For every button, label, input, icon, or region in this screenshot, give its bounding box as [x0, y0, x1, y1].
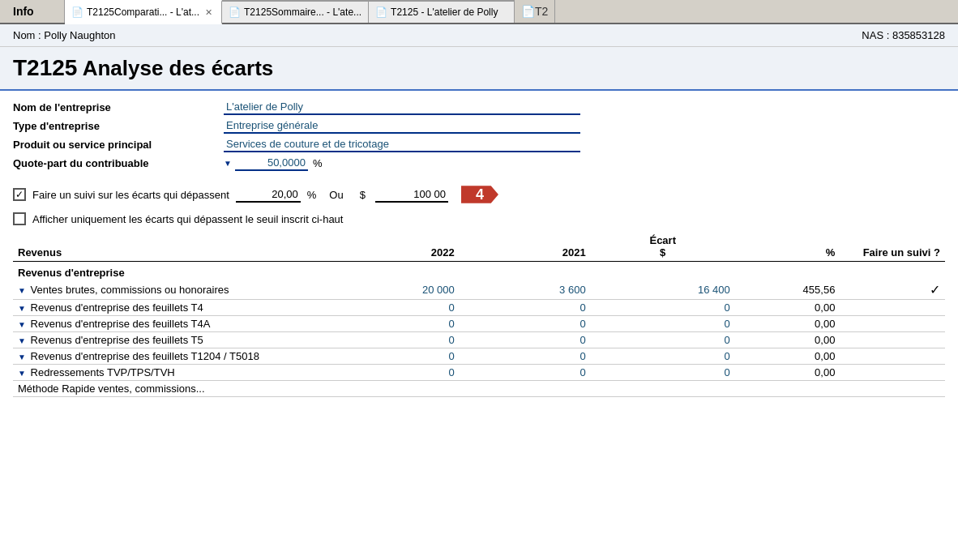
- row-label: ▼ Revenus d'entreprise des feuillets T12…: [13, 348, 328, 365]
- table-row: ▼ Revenus d'entreprise des feuillets T4A…: [13, 316, 945, 332]
- quote-part-field[interactable]: ▼ %: [224, 155, 945, 172]
- row-ecart-pct: 0,00: [735, 300, 840, 316]
- row-arrow-icon[interactable]: ▼: [18, 353, 26, 361]
- row-label-text: Revenus d'entreprise des feuillets T5: [31, 334, 203, 346]
- badge-4: 4: [461, 180, 498, 209]
- row-ecart-pct: [735, 381, 840, 397]
- form-grid: Nom de l'entreprise Type d'entreprise Pr…: [13, 99, 945, 172]
- nom-entreprise-field[interactable]: [224, 99, 945, 116]
- nom-entreprise-label: Nom de l'entreprise: [13, 99, 224, 116]
- type-entreprise-field[interactable]: [224, 118, 945, 135]
- quote-part-unit: %: [313, 157, 323, 169]
- row-2021[interactable]: 0: [460, 316, 591, 332]
- checkbox-suivi[interactable]: ✓: [13, 188, 26, 201]
- tab-sommaire[interactable]: 📄 T2125Sommaire... - L'ate...: [222, 0, 369, 23]
- row-ecart-dollar: 16 400: [591, 280, 735, 300]
- type-entreprise-label: Type d'entreprise: [13, 118, 224, 135]
- seuil-pct-input[interactable]: [236, 187, 301, 203]
- row-label: Méthode Rapide ventes, commissions...: [13, 381, 328, 397]
- row-suivi: [840, 332, 945, 348]
- tab-comparatif-label: T2125Comparati... - L'at...: [87, 6, 199, 18]
- afficher-label: Afficher uniquement les écarts qui dépas…: [32, 213, 343, 225]
- ecarts-table: Revenus 2022 2021 Écart $ % Faire un sui…: [13, 232, 945, 397]
- ecart-label: Écart: [649, 234, 676, 246]
- row-label-text: Revenus d'entreprise des feuillets T4: [31, 301, 203, 314]
- row-label-text: Revenus d'entreprise des feuillets T1204…: [31, 350, 259, 362]
- row-ecart-dollar: 0: [591, 332, 735, 348]
- row-label-text: Méthode Rapide ventes, commissions...: [18, 383, 205, 395]
- ecart-dollar-label: $: [660, 246, 665, 259]
- info-tab[interactable]: Info: [0, 0, 65, 23]
- row-2022[interactable]: [328, 381, 460, 397]
- row-arrow-icon[interactable]: ▼: [18, 369, 26, 378]
- table-row: Méthode Rapide ventes, commissions...: [13, 381, 945, 397]
- row-2021[interactable]: 0: [460, 365, 591, 381]
- quote-part-input[interactable]: [235, 156, 308, 171]
- form-code: T2125: [13, 55, 77, 80]
- section-revenus-label: Revenus d'entreprise: [13, 262, 945, 281]
- produit-field[interactable]: [224, 136, 945, 153]
- options-section: ✓ Faire un suivi sur les écarts qui dépa…: [13, 180, 945, 225]
- row-label-text: Redressements TVP/TPS/TVH: [31, 366, 175, 378]
- row-label: ▼ Ventes brutes, commissions ou honorair…: [13, 280, 328, 300]
- tab-sommaire-label: T2125Sommaire... - L'ate...: [244, 6, 361, 18]
- tab-comparatif[interactable]: 📄 T2125Comparati... - L'at... ✕: [65, 0, 222, 24]
- new-tab-icon: 📄: [521, 5, 535, 18]
- row-arrow-icon[interactable]: ▼: [18, 320, 26, 329]
- client-nom: Nom : Polly Naughton: [13, 29, 115, 41]
- doc-icon-3: 📄: [375, 6, 387, 18]
- row-2022[interactable]: 0: [328, 316, 460, 332]
- row-ecart-pct: 0,00: [735, 365, 840, 381]
- pct-unit: %: [307, 189, 317, 201]
- row-2022[interactable]: 0: [328, 348, 460, 365]
- row-2021[interactable]: 0: [460, 300, 591, 316]
- row-2021[interactable]: 0: [460, 348, 591, 365]
- col-header-ecart: Écart $: [591, 232, 735, 262]
- row-suivi-check: ✓: [840, 280, 945, 300]
- tab-atelier[interactable]: 📄 T2125 - L'atelier de Polly: [369, 0, 515, 23]
- produit-input[interactable]: [224, 137, 580, 152]
- row-2022[interactable]: 0: [328, 332, 460, 348]
- option-row-1: ✓ Faire un suivi sur les écarts qui dépa…: [13, 180, 945, 209]
- table-row: ▼ Revenus d'entreprise des feuillets T4 …: [13, 300, 945, 316]
- quote-part-dropdown-icon[interactable]: ▼: [224, 159, 232, 168]
- quote-part-label: Quote-part du contribuable: [13, 155, 224, 172]
- row-label: ▼ Revenus d'entreprise des feuillets T5: [13, 332, 328, 348]
- row-ecart-pct: 0,00: [735, 332, 840, 348]
- row-ecart-dollar: 0: [591, 316, 735, 332]
- row-arrow-icon[interactable]: ▼: [18, 336, 26, 345]
- row-suivi: [840, 365, 945, 381]
- col-header-2021: 2021: [460, 232, 591, 262]
- tab-comparatif-close[interactable]: ✕: [203, 6, 215, 19]
- seuil-dollar-input[interactable]: [375, 187, 448, 203]
- row-2022[interactable]: 0: [328, 365, 460, 381]
- row-suivi: [840, 381, 945, 397]
- row-2021[interactable]: 3 600: [460, 280, 591, 300]
- row-ecart-pct: 0,00: [735, 348, 840, 365]
- title-section: T2125 Analyse des écarts: [0, 47, 958, 91]
- dollar-sign: $: [357, 189, 369, 201]
- row-ecart-pct: 0,00: [735, 316, 840, 332]
- tab-atelier-label: T2125 - L'atelier de Polly: [391, 6, 498, 18]
- type-entreprise-input[interactable]: [224, 118, 580, 134]
- row-arrow-icon[interactable]: ▼: [18, 304, 26, 313]
- row-2021[interactable]: 0: [460, 332, 591, 348]
- row-label: ▼ Revenus d'entreprise des feuillets T4A: [13, 316, 328, 332]
- nom-entreprise-input[interactable]: [224, 100, 580, 115]
- row-ecart-dollar: [591, 381, 735, 397]
- form-subtitle-text: Analyse des écarts: [83, 56, 274, 80]
- checkbox-suivi-check: ✓: [15, 189, 24, 200]
- row-label: ▼ Redressements TVP/TPS/TVH: [13, 365, 328, 381]
- row-2022[interactable]: 0: [328, 300, 460, 316]
- col-header-ecart-pct: %: [735, 232, 840, 262]
- row-2022[interactable]: 20 000: [328, 280, 460, 300]
- row-2021[interactable]: [460, 381, 591, 397]
- table-row: ▼ Ventes brutes, commissions ou honorair…: [13, 280, 945, 300]
- badge-label: 4: [476, 186, 484, 203]
- main-content: Nom de l'entreprise Type d'entreprise Pr…: [0, 91, 958, 405]
- tab-new[interactable]: 📄 T2: [515, 0, 555, 23]
- checkbox-afficher[interactable]: [13, 212, 26, 225]
- row-arrow-icon[interactable]: ▼: [18, 286, 26, 295]
- client-header: Nom : Polly Naughton NAS : 835853128: [0, 24, 958, 47]
- col-header-revenus: Revenus: [13, 232, 328, 262]
